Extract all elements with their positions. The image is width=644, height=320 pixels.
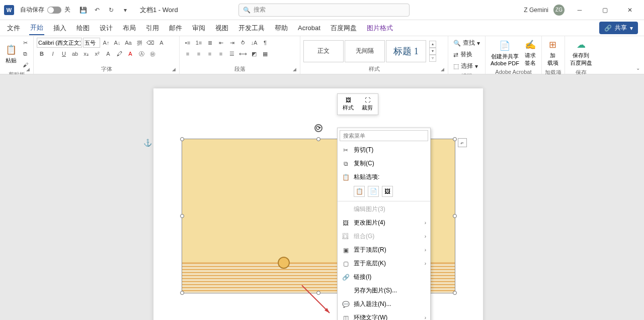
tab-insert[interactable]: 插入 xyxy=(52,22,67,35)
align-center-icon[interactable]: ≡ xyxy=(194,49,204,59)
char-border-icon[interactable]: A xyxy=(156,38,167,48)
decrease-indent-icon[interactable]: ⇤ xyxy=(216,38,226,48)
copy-icon[interactable]: ⧉ xyxy=(20,49,30,59)
ctx-bring-front[interactable]: ▣ 置于顶层(R) › xyxy=(338,243,430,257)
crop-button[interactable]: ⛶ 裁剪 xyxy=(359,96,376,113)
paste-picture-icon[interactable]: 🖼 xyxy=(382,186,393,197)
align-left-icon[interactable]: ≡ xyxy=(183,49,193,59)
ctx-copy[interactable]: ⧉ 复制(C) xyxy=(338,157,430,170)
enclose-char-icon[interactable]: ㊙ xyxy=(147,49,157,59)
context-menu-search[interactable] xyxy=(340,130,428,141)
resize-handle-br[interactable] xyxy=(453,291,457,295)
select-button[interactable]: ⬚选择▾ xyxy=(451,61,480,71)
style-heading1[interactable]: 标题 1 xyxy=(386,40,426,62)
tab-review[interactable]: 审阅 xyxy=(191,22,206,35)
search-box[interactable]: 🔍 搜索 xyxy=(238,4,410,17)
rotate-handle[interactable]: ⟳ xyxy=(314,124,323,132)
font-dialog-launcher[interactable]: ◢ xyxy=(172,67,178,73)
asian-layout-icon[interactable]: ⥁ xyxy=(238,38,248,48)
save-baidu-button[interactable]: ☁ 保存到 百度网盘 xyxy=(568,38,594,68)
ctx-insert-caption[interactable]: 💬 插入题注(N)... xyxy=(338,297,430,311)
redo-icon[interactable]: ↻ xyxy=(107,6,116,15)
tab-baidu[interactable]: 百度网盘 xyxy=(330,22,358,35)
strikethrough-icon[interactable]: ab xyxy=(70,49,80,59)
tab-mailings[interactable]: 邮件 xyxy=(168,22,183,35)
clipboard-dialog-launcher[interactable]: ◢ xyxy=(26,67,32,73)
align-right-icon[interactable]: ≡ xyxy=(205,49,215,59)
superscript-icon[interactable]: x² xyxy=(92,49,102,59)
paragraph-dialog-launcher[interactable]: ◢ xyxy=(293,67,299,73)
resize-handle-tr[interactable] xyxy=(453,137,457,141)
ctx-change-picture[interactable]: 🖼 更改图片(4) › xyxy=(338,216,430,230)
increase-indent-icon[interactable]: ⇥ xyxy=(227,38,237,48)
tab-view[interactable]: 视图 xyxy=(214,22,229,35)
undo-icon[interactable]: ↶ xyxy=(93,6,102,15)
sort-icon[interactable]: ↓A xyxy=(249,38,259,48)
font-color-icon[interactable]: A xyxy=(125,49,135,59)
user-name[interactable]: Z Gemini xyxy=(524,7,548,14)
tab-file[interactable]: 文件 xyxy=(6,22,21,35)
close-button[interactable]: ✕ xyxy=(620,3,640,18)
styles-scroll-down[interactable]: ▾ xyxy=(429,48,436,55)
user-avatar[interactable]: ZG xyxy=(553,5,565,16)
find-button[interactable]: 🔍查找▾ xyxy=(451,38,482,48)
change-case-icon[interactable]: Aa xyxy=(123,38,133,48)
multilevel-icon[interactable]: ≣ xyxy=(205,38,215,48)
styles-expand[interactable]: ▿ xyxy=(429,55,436,62)
tab-references[interactable]: 引用 xyxy=(145,22,160,35)
font-name-select[interactable] xyxy=(37,38,82,48)
tab-help[interactable]: 帮助 xyxy=(274,22,289,35)
clear-format-icon[interactable]: ⌫ xyxy=(145,38,155,48)
cut-icon[interactable]: ✂ xyxy=(20,38,30,48)
replace-button[interactable]: ⇄替换 xyxy=(451,49,474,60)
subscript-icon[interactable]: x₂ xyxy=(81,49,91,59)
resize-handle-ml[interactable] xyxy=(180,214,184,218)
save-icon[interactable]: 💾 xyxy=(78,6,88,15)
ctx-send-back[interactable]: ▢ 置于底层(K) › xyxy=(338,257,430,270)
addins-button[interactable]: ⊞ 加 载项 xyxy=(545,38,561,68)
style-no-spacing[interactable]: 无间隔 xyxy=(345,40,385,62)
toggle-switch-icon[interactable] xyxy=(47,7,61,14)
font-size-select[interactable] xyxy=(83,38,100,48)
resize-handle-mr[interactable] xyxy=(453,214,457,218)
shrink-font-icon[interactable]: A↓ xyxy=(112,38,122,48)
show-marks-icon[interactable]: ¶ xyxy=(260,38,270,48)
text-effects-icon[interactable]: A xyxy=(103,49,113,59)
styles-scroll-up[interactable]: ▴ xyxy=(429,41,436,48)
tab-layout[interactable]: 布局 xyxy=(122,22,137,35)
qat-more-icon[interactable]: ▾ xyxy=(121,6,130,15)
paste-merge-icon[interactable]: 📄 xyxy=(368,186,379,197)
create-pdf-button[interactable]: 📄 创建并共享 Adobe PDF xyxy=(489,39,521,67)
shading-icon[interactable]: ◩ xyxy=(249,49,259,59)
tab-devtools[interactable]: 开发工具 xyxy=(237,22,266,35)
distribute-icon[interactable]: ☰ xyxy=(227,49,237,59)
numbering-icon[interactable]: 1≡ xyxy=(194,38,204,48)
bullets-icon[interactable]: •≡ xyxy=(183,38,193,48)
borders-icon[interactable]: ▦ xyxy=(260,49,270,59)
resize-handle-bl[interactable] xyxy=(180,291,184,295)
grow-font-icon[interactable]: A↑ xyxy=(101,38,111,48)
share-button[interactable]: 🔗 共享 ▾ xyxy=(599,22,638,34)
tab-acrobat[interactable]: Acrobat xyxy=(297,22,321,34)
bold-icon[interactable]: B xyxy=(37,49,47,59)
minimize-button[interactable]: ─ xyxy=(570,3,590,18)
highlight-icon[interactable]: 🖍 xyxy=(114,49,124,59)
italic-icon[interactable]: I xyxy=(48,49,58,59)
styles-dialog-launcher[interactable]: ◢ xyxy=(441,67,447,73)
resize-handle-tm[interactable] xyxy=(316,137,320,141)
document-page[interactable]: ⚓ ⟳ ⌐ xyxy=(153,88,483,320)
resize-handle-bm[interactable] xyxy=(316,291,320,295)
request-sign-button[interactable]: ✍ 请求 签名 xyxy=(522,38,538,68)
autosave-toggle[interactable]: 自动保存 关 xyxy=(20,6,70,14)
ctx-wrap-text[interactable]: ◫ 环绕文字(W) › xyxy=(338,311,430,320)
paste-keep-source-icon[interactable]: 📋 xyxy=(354,186,365,197)
underline-icon[interactable]: U xyxy=(59,49,69,59)
ctx-cut[interactable]: ✂ 剪切(T) xyxy=(338,143,430,157)
line-spacing-icon[interactable]: ⟷ xyxy=(238,49,248,59)
tab-picture-format[interactable]: 图片格式 xyxy=(366,22,394,35)
tab-design[interactable]: 设计 xyxy=(99,22,114,35)
paste-button[interactable]: 📋 粘贴 xyxy=(3,43,19,65)
maximize-button[interactable]: ▢ xyxy=(595,3,615,18)
phonetic-guide-icon[interactable]: 拼 xyxy=(134,38,144,48)
justify-icon[interactable]: ≡ xyxy=(216,49,226,59)
